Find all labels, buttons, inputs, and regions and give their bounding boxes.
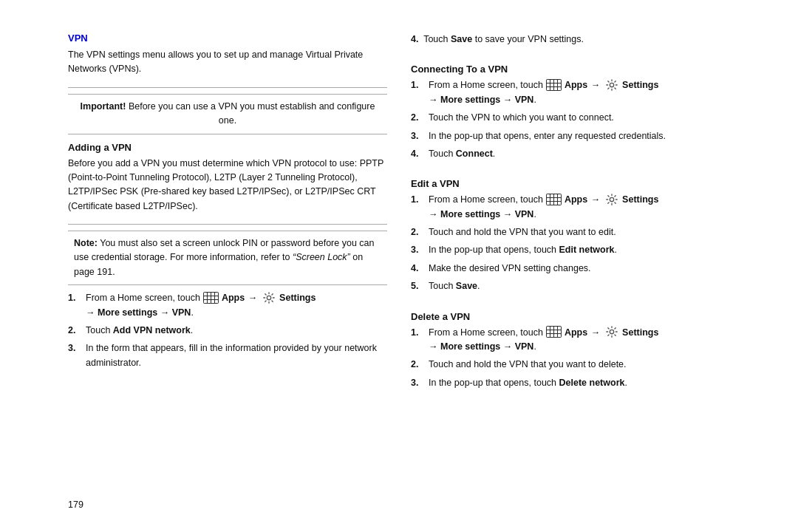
delete-step-3: 3. In the pop-up that opens, touch Delet… [411,376,730,390]
vpn-title: VPN [68,33,387,44]
edit-step-3: 3. In the pop-up that opens, touch Edit … [411,243,730,257]
edit-section: Edit a VPN 1. From a Home screen, touch [411,171,730,297]
important-label: Important! Before you can use a VPN you … [81,101,375,126]
apps-icon-del-1 [547,325,560,338]
adding-vpn-header: Adding a VPN [68,142,387,153]
right-column: 4. Touch Save to save your VPN settings.… [411,33,730,499]
step-1-content: From a Home screen, touch Apps → [86,291,387,320]
edit-header: Edit a VPN [411,178,730,189]
delete-step-1: 1. From a Home screen, touch Apps → [411,326,730,355]
vpn-intro: The VPN settings menu allows you to set … [68,48,387,77]
right-step4: 4. Touch Save to save your VPN settings. [411,33,730,47]
step-3-content: In the form that appears, fill in the in… [86,341,387,370]
edit-steps-list: 1. From a Home screen, touch Apps → [411,193,730,293]
apps-icon-conn-1 [547,78,560,92]
delete-header: Delete a VPN [411,311,730,322]
step-num-3: 3. [68,341,83,355]
settings-icon-edit-1 [605,193,618,206]
left-step-3: 3. In the form that appears, fill in the… [68,341,387,370]
settings-icon-left-1 [262,291,276,304]
connecting-header: Connecting To a VPN [411,64,730,75]
settings-icon-del-1 [605,325,618,338]
connecting-steps-list: 1. From a Home screen, touch Apps → [411,78,730,161]
note-italic: “Screen Lock” [293,252,350,262]
step-num-1: 1. [68,291,83,305]
left-step-2: 2. Touch Add VPN network. [68,324,387,338]
note-label: Note: [74,238,98,248]
divider-1 [68,87,387,88]
page: VPN The VPN settings menu allows you to … [44,15,754,517]
adding-vpn-body: Before you add a VPN you must determine … [68,157,387,214]
settings-icon-conn-1 [605,78,618,92]
left-column: VPN The VPN settings menu allows you to … [68,33,387,499]
apps-icon-left-1 [204,291,217,304]
connecting-step-2: 2. Touch the VPN to which you want to co… [411,111,730,125]
note-block: Note: You must also set a screen unlock … [68,231,387,285]
connecting-step-4: 4. Touch Connect. [411,147,730,161]
delete-steps-list: 1. From a Home screen, touch Apps → [411,326,730,391]
delete-step-2: 2. Touch and hold the VPN that you want … [411,358,730,372]
connecting-step-1: 1. From a Home screen, touch Apps → [411,78,730,107]
connecting-step-3: 3. In the pop-up that opens, enter any r… [411,129,730,143]
svg-point-2 [610,197,613,201]
edit-step-5: 5. Touch Save. [411,279,730,293]
step-2-content: Touch Add VPN network. [86,324,387,338]
svg-point-1 [610,83,613,86]
page-number: 179 [68,499,83,510]
connecting-section: Connecting To a VPN 1. From a Home scree… [411,56,730,165]
left-step-1: 1. From a Home screen, touch Apps → [68,291,387,320]
edit-step-2: 2. Touch and hold the VPN that you want … [411,225,730,239]
divider-2 [68,224,387,225]
svg-point-0 [267,296,270,299]
apps-icon-edit-1 [547,193,560,206]
step-num-2: 2. [68,324,83,338]
edit-step-1: 1. From a Home screen, touch Apps → [411,193,730,222]
delete-section: Delete a VPN 1. From a Home screen, touc… [411,304,730,395]
important-box: Important! Before you can use a VPN you … [68,94,387,134]
svg-point-3 [610,330,613,334]
edit-step-4: 4. Make the desired VPN setting changes. [411,262,730,276]
left-steps-list: 1. From a Home screen, touch Apps → [68,291,387,374]
